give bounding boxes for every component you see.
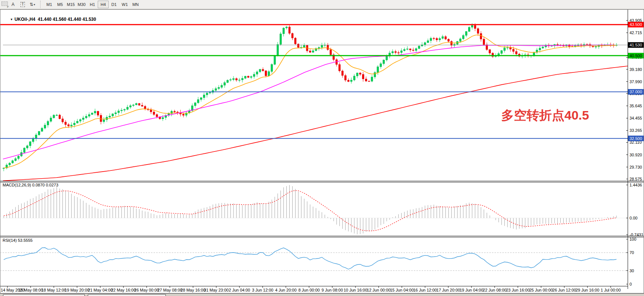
time-axis-label: 26 May 00:00 — [134, 288, 159, 292]
timeframe-m30[interactable]: M30 — [76, 1, 87, 8]
price-tag-value: 43.500 — [629, 22, 642, 27]
f-glyph: F — [7, 5, 9, 9]
text-label-tool-button[interactable]: A — [9, 1, 17, 8]
time-axis-label: 1 Jul 00:00 — [600, 288, 621, 292]
price-tick-label: 28.575 — [629, 177, 642, 181]
timeframe-mn[interactable]: MN — [130, 1, 141, 8]
macd-axis-label: 0.00 — [629, 216, 637, 220]
time-axis-label: 2 Jun 04:00 — [229, 288, 250, 292]
timeframe-h4[interactable]: H4 — [98, 1, 109, 8]
time-axis-label: 15 May 08:00 — [18, 288, 43, 292]
letter-a-icon: A — [12, 2, 15, 7]
time-axis-label: 3 Jun 12:00 — [252, 288, 274, 292]
time-axis-label: 18 May 12:00 — [41, 288, 66, 292]
time-axis-label: 26 Jun 12:00 — [553, 288, 576, 292]
timeframe-m1[interactable]: M1 — [44, 1, 55, 8]
time-axis-label: 31 May 23:00 — [204, 288, 229, 292]
price-tag-value: 32.500 — [629, 136, 642, 141]
templates-f-icon[interactable]: F — [1, 1, 8, 7]
price-tag-value: 40.500 — [629, 53, 642, 58]
price-tag-value: 41.530 — [629, 43, 642, 47]
time-axis-label: 25 Jun 00:00 — [529, 288, 553, 292]
time-axis-label: 12 Jun 00:00 — [367, 288, 391, 292]
price-tag-value: 37.000 — [629, 90, 642, 94]
price-tick-label: 37.990 — [629, 79, 642, 84]
price-tick-label: 29.730 — [629, 165, 642, 169]
price-tick-label: 33.265 — [629, 128, 642, 133]
price-tick-label: 34.455 — [629, 116, 642, 120]
chart-tab[interactable] — [3, 294, 85, 296]
time-axis-label: 22 Jun 08:00 — [483, 288, 507, 292]
toolbar: F A T ⇅ ▾ M1 M5 M15 M30 H1 H4 D1 W1 MN — [0, 0, 644, 9]
rsi-axis-label: 30 — [629, 269, 634, 273]
time-axis-label: 10 Jun 16:00 — [344, 288, 367, 292]
letter-t-icon: T — [20, 2, 25, 7]
arrange-button[interactable]: ⇅ ▾ — [28, 1, 37, 8]
chart-area[interactable]: 40.33536.83543.90542.71539.18037.99035.6… — [0, 9, 644, 293]
time-axis-label: 22 May 16:00 — [111, 288, 136, 292]
toolbar-separator — [40, 1, 42, 8]
timeframe-m5[interactable]: M5 — [55, 1, 65, 8]
price-tick-label: 42.715 — [629, 30, 642, 35]
price-chart-canvas[interactable]: 40.33536.83543.90542.71539.18037.99035.6… — [0, 9, 644, 293]
time-axis-label: 9 Jun 08:00 — [322, 288, 343, 292]
macd-axis-label: 1.4436 — [629, 183, 642, 187]
price-tick-label: 30.920 — [629, 153, 642, 157]
time-axis-label: 27 May 08:00 — [157, 288, 182, 292]
timeframe-m15[interactable]: M15 — [65, 1, 76, 8]
time-axis-label: 19 Jun 04:00 — [460, 288, 483, 292]
chart-tabs-strip — [0, 293, 644, 296]
chart-background — [0, 9, 644, 293]
time-axis-label: 23 Jun 16:00 — [506, 288, 530, 292]
rsi-axis-label: 70 — [629, 250, 634, 255]
text-box-tool-button[interactable]: T — [18, 1, 27, 8]
timeframe-d1[interactable]: D1 — [109, 1, 119, 8]
sort-arrows-icon: ⇅ — [29, 2, 33, 7]
price-tick-label: 35.645 — [629, 104, 642, 108]
macd-axis-label: -0.7431 — [629, 232, 643, 237]
mt4-application-window: F A T ⇅ ▾ M1 M5 M15 M30 H1 H4 D1 W1 MN 4… — [0, 0, 644, 296]
timeframe-w1[interactable]: W1 — [119, 1, 130, 8]
time-axis-label: 15 Jun 04:00 — [390, 288, 414, 292]
rsi-axis-label: 0 — [629, 282, 632, 286]
time-axis-label: 29 Jun 16:00 — [576, 288, 599, 292]
price-tick-label: 39.180 — [629, 67, 642, 72]
chart-tab[interactable] — [88, 294, 166, 296]
time-axis-label: 21 May 04:00 — [88, 288, 113, 292]
timeframe-h1[interactable]: H1 — [87, 1, 98, 8]
rsi-axis-label: 100 — [629, 237, 636, 241]
time-axis-label: 28 May 16:00 — [181, 288, 206, 292]
time-axis-label: 8 Jun 00:00 — [298, 288, 320, 292]
time-axis-label: 16 Jun 12:00 — [413, 288, 437, 292]
time-axis-label: 17 Jun 20:00 — [437, 288, 460, 292]
time-axis-label: 4 Jun 20:00 — [275, 288, 297, 292]
dropdown-caret-icon: ▾ — [34, 3, 35, 6]
time-axis-label: 19 May 20:00 — [65, 288, 90, 292]
